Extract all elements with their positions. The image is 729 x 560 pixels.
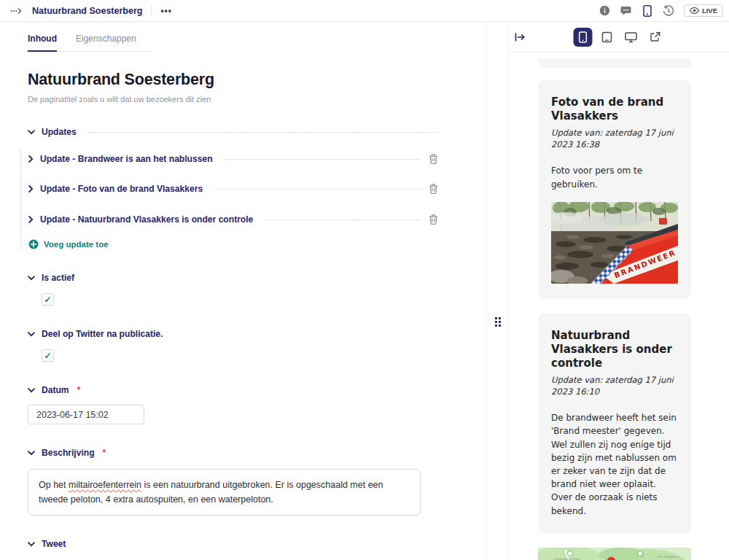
section-twitter-header[interactable]: Deel op Twitter na publicatie. <box>28 329 439 339</box>
section-updates: Updates Update - Brandweer is aan het na… <box>28 127 439 249</box>
map-label: De Vlasakkers <box>658 555 679 559</box>
chevron-right-icon <box>28 216 34 223</box>
update-item-label: Update - Foto van de brand Vlasakkers <box>40 184 203 194</box>
section-label: Updates <box>42 127 77 137</box>
chevron-right-icon <box>28 185 34 192</box>
update-item-label: Update - Brandweer is aan het nablussen <box>40 154 213 164</box>
preview-device-tablet[interactable] <box>598 28 617 47</box>
card-meta: Update van: zaterdag 17 juni 2023 16:10 <box>551 374 678 397</box>
check-icon: ✓ <box>44 295 51 305</box>
tab-bar: Inhoud Eigenschappen <box>0 22 486 52</box>
add-update-label: Voeg update toe <box>44 240 109 249</box>
dotted-leader <box>225 159 421 160</box>
chevron-down-icon <box>28 542 35 547</box>
plus-circle-icon <box>28 239 39 249</box>
twitter-checkbox[interactable]: ✓ <box>42 349 54 362</box>
preview-toolbar <box>509 22 729 52</box>
topbar: Natuurbrand Soesterberg ••• LIVE <box>0 0 729 22</box>
dotted-leader <box>215 189 421 190</box>
tab-inhoud[interactable]: Inhoud <box>28 34 57 52</box>
description-text: Op het <box>39 480 69 490</box>
preview-panel: Foto van de brand Vlasakkers Update van:… <box>509 22 729 560</box>
comment-icon[interactable] <box>620 5 632 17</box>
history-icon[interactable] <box>663 5 674 17</box>
document-title: Natuurbrand Soesterberg <box>32 6 142 16</box>
misspelled-word: miltairoefenterrein <box>69 480 141 490</box>
dotted-leader <box>89 132 439 133</box>
collapse-preview-icon[interactable] <box>515 33 525 42</box>
section-tweet: Tweet Op het miltairoefenterrein is een … <box>28 539 439 560</box>
section-twitter: Deel op Twitter na publicatie. ✓ <box>28 329 439 362</box>
preview-device-mobile[interactable] <box>574 28 593 47</box>
updates-list: Update - Brandweer is aan het nablussen … <box>20 149 439 249</box>
eye-icon <box>690 7 699 14</box>
chevron-right-icon <box>28 155 34 163</box>
preview-content: Foto van de brand Vlasakkers Update van:… <box>509 52 729 560</box>
section-datum: Datum * <box>28 385 439 424</box>
preview-card-controle: Natuurbrand Vlasakkers is onder controle… <box>538 314 691 533</box>
section-label: Tweet <box>42 539 66 549</box>
section-updates-header[interactable]: Updates <box>28 127 439 137</box>
more-menu-icon[interactable]: ••• <box>160 6 172 16</box>
update-item[interactable]: Update - Foto van de brand Vlasakkers <box>28 179 439 199</box>
delete-update-button[interactable] <box>428 183 439 195</box>
section-datum-header[interactable]: Datum * <box>28 385 439 395</box>
section-is-actief: Is actief ✓ <box>28 273 439 306</box>
dotted-leader <box>265 219 421 220</box>
app-window: Natuurbrand Soesterberg ••• LIVE <box>0 0 729 560</box>
page-title: Natuurbrand Soesterberg <box>28 71 439 89</box>
live-button[interactable]: LIVE <box>684 4 723 17</box>
info-icon[interactable] <box>599 5 611 17</box>
card-body: De brandweer heeft het sein 'Brand meest… <box>551 411 678 518</box>
section-beschrijving-header[interactable]: Beschrijving * <box>28 448 439 458</box>
add-update-button[interactable]: Voeg update toe <box>28 239 439 249</box>
device-toggle-group <box>574 28 665 47</box>
section-tweet-header[interactable]: Tweet <box>28 539 439 549</box>
preview-card-foto: Foto van de brand Vlasakkers Update van:… <box>538 80 691 299</box>
expand-sidebar-icon[interactable] <box>10 7 22 15</box>
preview-device-desktop[interactable] <box>622 28 641 47</box>
card-meta: Update van: zaterdag 17 juni 2023 16:38 <box>551 127 678 150</box>
live-label: LIVE <box>702 7 717 15</box>
tab-eigenschappen[interactable]: Eigenschappen <box>76 34 136 52</box>
section-is-actief-header[interactable]: Is actief <box>28 273 439 283</box>
is-actief-checkbox[interactable]: ✓ <box>42 293 54 306</box>
chevron-down-icon <box>28 130 35 135</box>
location-map: N237 Liniepad De Punt De Vlasakkers Amer… <box>538 548 691 560</box>
beschrijving-textarea[interactable]: Op het miltairoefenterrein is een natuur… <box>28 469 421 516</box>
section-label: Beschrijving <box>42 448 95 458</box>
update-item-label: Update - Natuurbrand Vlasakkers is onder… <box>40 214 253 225</box>
date-input[interactable] <box>28 405 144 424</box>
chevron-down-icon <box>28 451 35 456</box>
mobile-preview-icon[interactable] <box>642 5 653 17</box>
editor-form: Natuurbrand Soesterberg De paginatitel z… <box>0 52 486 560</box>
section-beschrijving: Beschrijving * Op het miltairoefenterrei… <box>28 448 439 516</box>
update-item[interactable]: Update - Brandweer is aan het nablussen <box>28 149 439 169</box>
delete-update-button[interactable] <box>428 214 439 225</box>
card-body: Foto voor pers om te gebruiken. <box>551 164 678 190</box>
section-label: Is actief <box>42 273 74 283</box>
topbar-divider <box>151 5 152 16</box>
chevron-down-icon <box>28 276 35 281</box>
card-title: Foto van de brand Vlasakkers <box>551 96 678 123</box>
required-asterisk: * <box>103 448 106 458</box>
delete-update-button[interactable] <box>428 153 439 165</box>
section-label: Datum <box>42 385 69 395</box>
update-item[interactable]: Update - Natuurbrand Vlasakkers is onder… <box>28 209 439 230</box>
panel-resizer[interactable] <box>487 22 509 560</box>
required-asterisk: * <box>77 385 81 395</box>
chevron-down-icon <box>28 332 35 337</box>
fire-photo: BRANDWEER <box>551 202 678 284</box>
section-label: Deel op Twitter na publicatie. <box>42 329 163 339</box>
drag-handle-icon[interactable] <box>495 317 501 327</box>
check-icon: ✓ <box>44 351 51 361</box>
map-label: Liniepad De Punt <box>554 557 580 560</box>
chevron-down-icon <box>28 388 35 393</box>
page-title-hint: De paginatitel zoals u wilt dat uw bezoe… <box>28 95 439 104</box>
editor-panel: Inhoud Eigenschappen Natuurbrand Soester… <box>0 22 487 560</box>
card-fragment <box>538 58 691 68</box>
open-external-icon[interactable] <box>646 28 665 47</box>
card-title: Natuurbrand Vlasakkers is onder controle <box>551 329 678 370</box>
